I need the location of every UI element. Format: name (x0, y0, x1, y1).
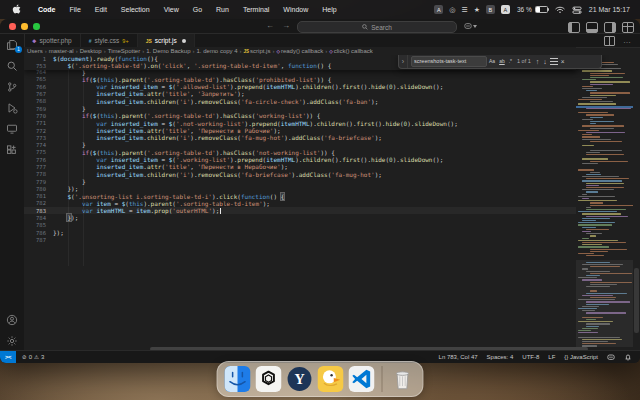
breadcrumb-item[interactable]: Desktop (80, 48, 102, 54)
code-line[interactable]: 766 var inserted_item = $('.allowed-list… (24, 83, 576, 90)
code-line[interactable]: 783 var itemHTML = item.prop('outerHTML'… (24, 207, 576, 214)
zoom-window-button[interactable] (33, 23, 40, 30)
code-line[interactable]: 785 (24, 222, 576, 229)
tab-style.css[interactable]: #style.css9+ (81, 34, 138, 47)
account-icon[interactable] (0, 309, 24, 330)
menu-go[interactable]: Go (186, 6, 209, 13)
code-editor[interactable]: 764 }765 if($(this).parent('.sorting-tab… (24, 55, 640, 351)
code-line[interactable]: 787 (24, 236, 576, 243)
code-line[interactable]: 774 } (24, 141, 576, 148)
line-number[interactable]: 781 (24, 193, 53, 199)
toggle-primary-sidebar-icon[interactable] (568, 22, 580, 33)
find-in-selection-icon[interactable] (549, 57, 559, 66)
code-line[interactable]: 782 var item = $(this).parent('.sorting-… (24, 200, 576, 207)
line-number[interactable]: 777 (24, 164, 53, 170)
code-line[interactable]: 765 if($(this).parent('.sorting-table-td… (24, 76, 576, 83)
run-debug-icon[interactable] (0, 97, 24, 118)
remote-indicator[interactable]: >< (0, 351, 16, 363)
regex-button[interactable]: .* (507, 58, 514, 64)
menu-run[interactable]: Run (209, 6, 236, 13)
line-number[interactable]: 787 (24, 237, 53, 243)
code-line[interactable]: 771 var inserted_item = $('.not-working-… (24, 120, 576, 127)
code-line[interactable]: 784 }); (24, 214, 576, 221)
toggle-panel-icon[interactable] (586, 22, 598, 33)
line-number[interactable]: 1 (24, 56, 53, 62)
extensions-icon[interactable] (0, 139, 24, 160)
search-sidebar-icon[interactable] (0, 55, 24, 76)
duck-app-dock-icon[interactable] (318, 366, 344, 392)
code-line[interactable]: 779 } (24, 178, 576, 185)
minimap[interactable] (576, 55, 633, 351)
status-item-utf-8[interactable]: UTF-8 (522, 354, 539, 360)
line-number[interactable]: 764 (24, 69, 53, 75)
finder-dock-icon[interactable] (225, 366, 251, 392)
status-item-spaces-4[interactable]: Spaces: 4 (487, 354, 514, 360)
find-input[interactable] (411, 56, 487, 67)
battery-indicator[interactable]: 36 % (517, 6, 548, 14)
line-number[interactable]: 783 (24, 208, 53, 214)
next-match-icon[interactable]: ↓ (541, 58, 549, 65)
customize-layout-icon[interactable] (622, 22, 634, 33)
vscode-dock-icon[interactable] (349, 366, 375, 392)
breadcrumb-item[interactable]: TimeSpotter (108, 48, 140, 54)
line-number[interactable]: 778 (24, 171, 53, 177)
line-number[interactable]: 773 (24, 135, 53, 141)
code-line[interactable]: 776 var inserted_item = $('.working-list… (24, 156, 576, 163)
breadcrumb-item[interactable]: ◇click() callback (329, 48, 372, 54)
line-number[interactable]: 767 (24, 91, 53, 97)
menu-file[interactable]: File (63, 6, 88, 13)
code-line[interactable]: 777 inserted_item.attr('title', 'Перенес… (24, 163, 576, 170)
line-number[interactable]: 772 (24, 128, 53, 134)
status-item--javascript[interactable]: {} JavaScript (564, 354, 598, 360)
window-titlebar[interactable]: ← → Search (0, 19, 640, 34)
line-number[interactable]: 766 (24, 84, 53, 90)
source-control-icon[interactable] (0, 76, 24, 97)
split-editor-icon[interactable] (604, 36, 615, 46)
wifi-icon[interactable] (555, 6, 565, 14)
close-find-icon[interactable]: × (559, 58, 567, 65)
status-item-lf[interactable]: LF (548, 354, 555, 360)
keyboard-layout-icon[interactable]: A (501, 5, 510, 14)
line-number[interactable]: 784 (24, 215, 53, 221)
breadcrumb-item[interactable]: JSscript.js (244, 48, 271, 54)
control-center-icon[interactable] (572, 6, 582, 14)
chatgpt-dock-icon[interactable] (256, 366, 282, 392)
explorer-icon[interactable]: 1 (0, 34, 24, 55)
code-line[interactable]: 767 inserted_item.attr('title', 'Запрети… (24, 90, 576, 97)
navigate-forward-icon[interactable]: → (282, 21, 290, 30)
line-number[interactable]: 769 (24, 106, 53, 112)
tab-script.js[interactable]: JSscript.js (138, 34, 195, 47)
breadcrumb-item[interactable]: ◇ready() callback (276, 48, 323, 54)
menu-edit[interactable]: Edit (88, 6, 114, 13)
close-window-button[interactable] (9, 23, 16, 30)
menu-code[interactable]: Code (31, 6, 63, 13)
copilot-status-icon[interactable] (607, 353, 615, 361)
problems-indicator[interactable]: ⊘ 0 ⚠ 3 (16, 354, 50, 360)
app-status-icon-1[interactable]: ◎ (449, 6, 455, 14)
command-center-search[interactable]: Search (297, 21, 457, 33)
line-number[interactable]: 776 (24, 157, 53, 163)
minimize-window-button[interactable] (21, 23, 28, 30)
menu-terminal[interactable]: Terminal (236, 6, 276, 13)
app-status-icon-4[interactable]: B (486, 5, 495, 14)
app-status-icon-3[interactable]: ★ (474, 6, 480, 14)
more-actions-icon[interactable]: … (623, 39, 632, 43)
navigate-back-icon[interactable]: ← (266, 21, 274, 30)
whole-word-button[interactable]: ab (497, 58, 507, 64)
code-line[interactable]: 775 if($(this).parent('.sorting-table-td… (24, 149, 576, 156)
apple-menu-icon[interactable] (12, 4, 21, 15)
line-number[interactable]: 753 (24, 63, 53, 69)
menu-help[interactable]: Help (315, 6, 343, 13)
line-number[interactable]: 779 (24, 179, 53, 185)
breadcrumb-item[interactable]: Users (27, 48, 43, 54)
previous-match-icon[interactable]: ↑ (534, 58, 542, 65)
code-line[interactable]: 769 } (24, 105, 576, 112)
line-number[interactable]: 771 (24, 120, 53, 126)
line-number[interactable]: 768 (24, 98, 53, 104)
trash-dock-icon[interactable] (390, 366, 416, 392)
menu-window[interactable]: Window (276, 6, 315, 13)
code-line[interactable]: 772 inserted_item.attr('title', 'Перенес… (24, 127, 576, 134)
vertical-scrollbar[interactable] (634, 55, 639, 351)
menu-view[interactable]: View (157, 6, 186, 13)
menubar-clock[interactable]: 21 Mar 15:17 (589, 6, 630, 13)
